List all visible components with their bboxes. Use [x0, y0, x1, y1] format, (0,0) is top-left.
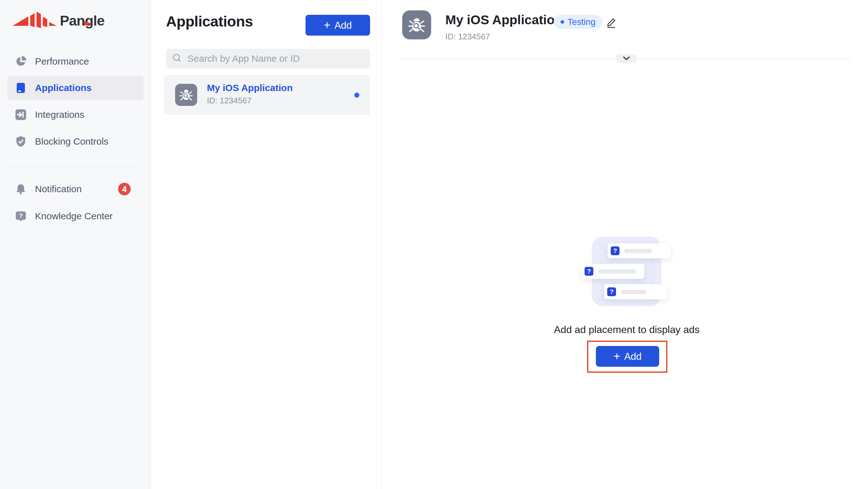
applications-panel: Applications + Add	[151, 0, 381, 489]
sidebar: Pangle Performance Applications	[0, 0, 151, 489]
shield-check-icon	[15, 136, 27, 147]
add-button-label: Add	[624, 352, 642, 361]
test-app-bug-icon	[175, 84, 197, 106]
collapse-header-button[interactable]	[616, 54, 637, 63]
selected-indicator-dot	[354, 93, 359, 98]
chevron-down-icon	[622, 56, 630, 61]
placeholder-bar	[621, 290, 647, 294]
status-dot-icon	[561, 20, 564, 24]
plus-icon: +	[614, 351, 620, 362]
search-icon	[172, 53, 182, 64]
panel-title: Applications	[166, 12, 253, 30]
integrations-icon	[15, 109, 27, 120]
app-search-box	[166, 49, 370, 68]
pencil-icon	[605, 16, 618, 29]
app-detail-title: My iOS Application	[445, 12, 562, 27]
placeholder-bar	[598, 269, 637, 274]
add-application-button[interactable]: + Add	[306, 15, 370, 36]
placeholder-row: ?	[608, 243, 671, 258]
edit-app-button[interactable]	[604, 15, 619, 30]
question-square-icon: ?	[611, 246, 620, 255]
placeholder-row: ?	[604, 284, 667, 299]
sidebar-item-label: Applications	[35, 83, 92, 93]
status-label: Testing	[567, 17, 595, 27]
pangle-console: Pangle Performance Applications	[0, 0, 868, 489]
question-square-icon: ?	[607, 287, 616, 296]
add-placement-button[interactable]: + Add	[596, 346, 659, 367]
pangle-wordmark: Pangle	[60, 12, 104, 29]
sidebar-item-label: Blocking Controls	[35, 136, 108, 147]
add-button-label: Add	[335, 21, 352, 30]
app-list-item[interactable]: My iOS Application ID: 1234567	[164, 75, 370, 115]
sidebar-divider	[7, 166, 136, 166]
app-detail-id: ID: 1234567	[445, 32, 490, 41]
sidebar-item-applications[interactable]: Applications	[7, 76, 144, 100]
sidebar-item-knowledge-center[interactable]: ? Knowledge Center	[7, 204, 144, 228]
sidebar-item-label: Notification	[35, 184, 82, 194]
sidebar-item-label: Knowledge Center	[35, 211, 113, 221]
status-badge: Testing	[554, 15, 602, 29]
sidebar-item-label: Performance	[35, 56, 89, 67]
test-app-bug-icon	[402, 10, 431, 39]
pie-chart-icon	[15, 56, 27, 67]
applications-icon	[15, 82, 27, 94]
sidebar-item-performance[interactable]: Performance	[7, 50, 144, 73]
app-name: My iOS Application	[207, 83, 292, 93]
empty-state-message: Add ad placement to display ads	[493, 324, 761, 336]
placeholder-row: ?	[581, 264, 644, 279]
sidebar-item-notification[interactable]: Notification 4	[7, 177, 144, 201]
search-input[interactable]	[187, 53, 364, 64]
question-square-icon: ?	[585, 267, 593, 276]
placeholder-bar	[624, 249, 652, 253]
notification-count-badge: 4	[118, 183, 131, 195]
bell-icon	[15, 183, 27, 195]
app-id: ID: 1234567	[207, 96, 252, 105]
pangle-logo-icon	[12, 11, 57, 30]
plus-icon: +	[324, 20, 330, 31]
app-detail-panel: My iOS Application Testing ID: 1234567	[382, 0, 868, 489]
svg-text:?: ?	[19, 212, 23, 219]
sidebar-item-label: Integrations	[35, 109, 84, 120]
pangle-logo[interactable]: Pangle	[12, 11, 104, 30]
sidebar-item-integrations[interactable]: Integrations	[7, 103, 144, 127]
sidebar-item-blocking-controls[interactable]: Blocking Controls	[7, 129, 144, 153]
question-bubble-icon: ?	[15, 211, 27, 222]
